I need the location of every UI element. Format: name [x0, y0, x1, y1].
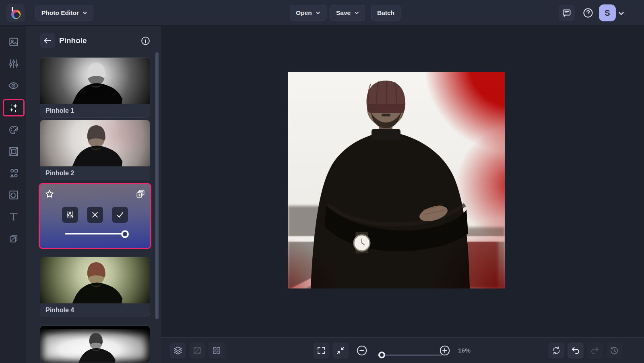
back-arrow-icon	[43, 36, 52, 46]
zoom-level: 16%	[458, 347, 471, 354]
effect-card-pinhole-1[interactable]: Pinhole 1	[40, 57, 150, 118]
sidebar-item-effects[interactable]	[3, 99, 25, 116]
effects-panel: Pinhole Pinhole 1 Pinhole 2	[27, 26, 161, 363]
help-icon	[582, 7, 594, 19]
befunky-logo[interactable]	[6, 4, 25, 22]
edited-photo[interactable]	[288, 72, 505, 288]
fit-screen-button[interactable]	[332, 342, 349, 359]
sparkles-icon	[8, 102, 19, 113]
grid-icon	[212, 346, 221, 355]
effect-settings-button[interactable]	[62, 207, 78, 223]
history-button[interactable]	[606, 342, 622, 359]
undo-button[interactable]	[568, 342, 584, 359]
effect-card-pinhole-5[interactable]	[40, 326, 150, 363]
adjust-sliders-icon	[8, 58, 19, 69]
panel-title: Pinhole	[59, 36, 87, 45]
compare-icon	[192, 346, 202, 355]
zoom-in-button[interactable]	[438, 344, 452, 357]
redo-button[interactable]	[587, 342, 603, 359]
grid-view-button[interactable]	[208, 342, 225, 359]
sidebar-item-overlays[interactable]	[0, 186, 27, 204]
effect-card-selected[interactable]	[39, 183, 151, 249]
effect-label: Pinhole 2	[40, 166, 150, 180]
fullscreen-button[interactable]	[313, 342, 329, 359]
save-button[interactable]: Save	[330, 5, 365, 21]
duplicate-icon[interactable]	[135, 189, 146, 199]
effect-thumbnail	[40, 326, 150, 363]
top-bar: Photo Editor Open Save Batch	[0, 0, 644, 26]
effect-label: Pinhole 4	[40, 303, 150, 317]
pinhole-red-vignette	[288, 72, 505, 288]
info-button[interactable]	[140, 35, 151, 46]
zoom-slider-knob[interactable]	[378, 352, 385, 359]
effect-card-pinhole-4[interactable]: Pinhole 4	[40, 257, 150, 317]
open-button[interactable]: Open	[290, 5, 326, 21]
text-icon	[8, 212, 19, 222]
favorite-star-icon[interactable]	[44, 189, 55, 199]
sidebar-item-layers[interactable]	[0, 230, 27, 247]
sidebar-item-graphics[interactable]	[0, 164, 27, 182]
sidebar-item-touchup[interactable]	[0, 77, 27, 94]
chevron-down-icon	[316, 10, 320, 15]
befunky-logo-icon	[10, 7, 21, 19]
compare-button[interactable]	[189, 342, 205, 359]
effect-amount-slider[interactable]	[65, 233, 125, 234]
feedback-button[interactable]	[559, 5, 575, 21]
app-menu-button[interactable]: Photo Editor	[35, 5, 93, 21]
sidebar-item-text[interactable]	[0, 208, 27, 226]
effect-thumbnail	[40, 58, 150, 104]
sidebar-item-edit[interactable]	[0, 55, 27, 73]
sidebar-item-photo[interactable]	[0, 33, 27, 51]
fit-screen-icon	[336, 346, 345, 355]
user-avatar[interactable]: S	[599, 4, 616, 21]
effect-label: Pinhole 1	[40, 104, 150, 117]
bottom-toolbar: 16%	[161, 337, 644, 363]
photo-icon	[8, 37, 19, 47]
apply-effect-button[interactable]	[112, 207, 128, 223]
palette-icon	[8, 124, 19, 135]
effect-thumbnail	[40, 120, 150, 166]
layers-copy-icon	[8, 233, 19, 244]
reset-button[interactable]	[548, 342, 564, 359]
app-menu-label: Photo Editor	[41, 9, 79, 17]
chevron-down-icon	[354, 10, 359, 15]
reset-icon	[551, 346, 561, 355]
account-chevron-icon[interactable]	[618, 10, 624, 17]
avatar-initial: S	[605, 8, 610, 18]
layers-button[interactable]	[170, 342, 186, 359]
layers-icon	[173, 346, 183, 355]
effect-thumbnail	[40, 257, 150, 303]
tool-sidebar	[0, 26, 27, 363]
texture-icon	[8, 190, 19, 200]
batch-button[interactable]: Batch	[371, 5, 400, 21]
effect-card-pinhole-2[interactable]: Pinhole 2	[40, 120, 150, 180]
undo-icon	[571, 346, 580, 355]
fullscreen-icon	[316, 346, 326, 355]
back-button[interactable]	[40, 33, 55, 48]
canvas-area[interactable]	[161, 26, 644, 337]
info-icon	[140, 36, 151, 46]
sidebar-item-artsy[interactable]	[0, 121, 27, 139]
shapes-icon	[8, 168, 19, 178]
panel-scrollbar[interactable]	[155, 52, 159, 319]
history-icon	[609, 346, 619, 355]
zoom-out-button[interactable]	[355, 344, 369, 357]
redo-icon	[590, 346, 600, 355]
sidebar-item-frames[interactable]	[0, 143, 27, 160]
feedback-icon	[562, 8, 572, 18]
eye-icon	[8, 80, 19, 91]
zoom-slider[interactable]	[378, 355, 442, 356]
zoom-in-icon	[439, 344, 451, 357]
help-button[interactable]	[580, 5, 596, 21]
zoom-out-icon	[356, 344, 368, 357]
chevron-down-icon	[83, 10, 87, 15]
frame-icon	[8, 146, 19, 157]
cancel-effect-button[interactable]	[87, 207, 103, 223]
effect-amount-slider-knob[interactable]	[121, 230, 129, 238]
